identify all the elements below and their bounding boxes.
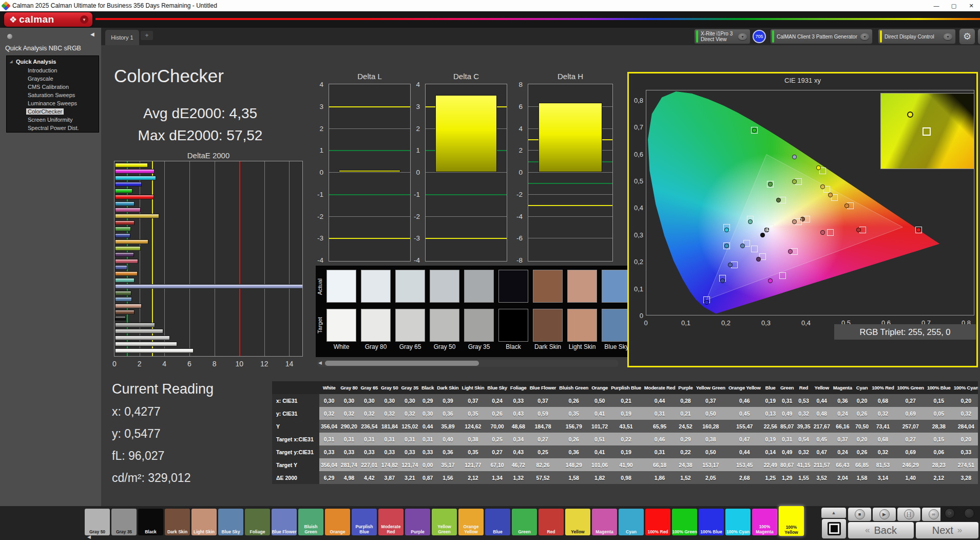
patch-black[interactable]: Black — [138, 509, 163, 535]
panel-up-button[interactable]: ▲ — [821, 508, 846, 518]
patch-100-cyan[interactable]: 100% Cyan — [725, 509, 751, 535]
tree-root-quick-analysis[interactable]: ◢Quick Analysis — [7, 59, 99, 67]
patch-purplish-blue[interactable]: Purplish Blue — [352, 509, 377, 535]
patch-blue-flower[interactable]: Blue Flower — [272, 509, 297, 535]
patch-red[interactable]: Red — [539, 509, 564, 535]
sidebar-item-luminance-sweeps[interactable]: Luminance Sweeps — [7, 100, 99, 108]
extra-toolbar-icon[interactable]: ◔ — [977, 28, 980, 45]
sidebar-item-saturation-sweeps[interactable]: Saturation Sweeps — [7, 91, 99, 100]
play-button[interactable]: ▶ — [873, 508, 896, 521]
sidebar-item-introduction[interactable]: Introduction — [7, 67, 99, 75]
maximize-button[interactable]: ▢ — [945, 3, 963, 9]
deltae-chart-title: DeltaE 2000 — [114, 151, 303, 160]
calman-menu-button[interactable]: ❖ calman ▼ — [4, 12, 92, 27]
column-header: Blue Flower — [528, 381, 558, 394]
patch-label: Cyan — [626, 530, 637, 535]
patch-gray-50[interactable]: Gray 50 — [85, 509, 110, 535]
cell: 0,21 — [677, 407, 694, 420]
sidebar-item-cms-calibration[interactable]: CMS Calibration — [7, 83, 99, 91]
sidebar-item-screen-uniformity[interactable]: Screen Uniformity — [7, 116, 99, 124]
patch-cyan[interactable]: Cyan — [619, 509, 644, 535]
patch-orange-yellow[interactable]: Orange Yellow — [458, 509, 484, 535]
scroll-left-icon[interactable]: ◀ — [318, 360, 322, 365]
cell: 0,49 — [779, 445, 795, 458]
patch-yellow-green[interactable]: Yellow Green — [432, 509, 457, 535]
stop-pattern-button[interactable] — [822, 519, 846, 538]
patch-100-blue[interactable]: 100% Blue — [699, 509, 724, 535]
column-header: Light Skin — [460, 381, 486, 394]
bar-yellow — [115, 214, 159, 218]
patch-blue-sky[interactable]: Blue Sky — [218, 509, 243, 535]
patch-orange[interactable]: Orange — [325, 509, 350, 535]
y-tick: 3 — [319, 102, 323, 110]
loop-icon: ∞ — [929, 509, 939, 519]
scrollbar-thumb[interactable] — [325, 361, 479, 366]
page-title: ColorChecker — [114, 66, 224, 86]
patch-label: 100% Magenta — [752, 525, 777, 534]
patch-dark-skin[interactable]: Dark Skin — [165, 509, 190, 535]
deltaH-yticks: 86420-2-4-6-8 — [507, 84, 525, 262]
pattern-generator-dropdown[interactable]: CalMAN Client 3 Pattern Generator ▼ — [770, 29, 873, 44]
patch-label: Yellow — [571, 530, 584, 535]
cell: 0,20 — [854, 433, 870, 445]
patch-gray-35[interactable]: Gray 35 — [111, 509, 137, 535]
patch-foliage[interactable]: Foliage — [245, 509, 270, 535]
patch-light-skin[interactable]: Light Skin — [191, 509, 217, 535]
record-icon[interactable] — [964, 508, 974, 518]
stop-button[interactable]: ■ — [848, 508, 871, 521]
close-button[interactable]: ✕ — [963, 3, 980, 9]
patch-green[interactable]: Green — [512, 509, 537, 535]
options-dot-icon[interactable] — [7, 34, 12, 39]
sidebar-item-grayscale[interactable]: Grayscale — [7, 75, 99, 83]
cell: 156,79 — [558, 420, 590, 433]
generator-name: CalMAN Client 3 Pattern Generator — [777, 34, 857, 40]
patch-bluish-green[interactable]: Bluish Green — [298, 509, 323, 535]
cell: 155,47 — [727, 420, 762, 433]
cell: 0,47 — [727, 433, 762, 445]
cell: 0,15 — [926, 433, 952, 445]
x-tick: 4 — [162, 360, 166, 368]
minimize-button[interactable]: — — [928, 3, 945, 9]
next-button[interactable]: Next » — [916, 522, 978, 538]
add-tab-button[interactable]: + — [141, 31, 153, 40]
patch-label: Gray 50 — [89, 530, 105, 535]
step-button[interactable]: [·] — [897, 508, 920, 521]
meter-badge[interactable]: 705 — [753, 30, 766, 43]
refresh-icon[interactable]: ⟳ — [945, 508, 955, 518]
cell: 0,47 — [812, 445, 832, 458]
swatch-label: Gray 50 — [430, 343, 459, 350]
cell: 0,32 — [400, 407, 420, 420]
column-header: Blue Sky — [486, 381, 509, 394]
cell: 0,22 — [677, 445, 694, 458]
max-de2000: Max dE2000: 57,52 — [114, 127, 286, 144]
back-button[interactable]: « Back — [848, 522, 914, 538]
y-tick: -4 — [414, 256, 420, 264]
patch-100-red[interactable]: 100% Red — [645, 509, 670, 535]
patch-100-green[interactable]: 100% Green — [672, 509, 697, 535]
measured-point — [916, 228, 921, 232]
patch-100-magenta[interactable]: 100% Magenta — [752, 509, 777, 535]
sidebar-item-colorchecker[interactable]: ColorChecker — [7, 108, 99, 116]
display-control-dropdown[interactable]: Direct Display Control ▼ — [878, 29, 956, 44]
gear-icon[interactable]: ⚙ — [959, 28, 975, 45]
cell: 0,50 — [590, 394, 609, 407]
patch-moderate-red[interactable]: Moderate Red — [378, 509, 403, 535]
bar-magenta — [115, 208, 141, 212]
patch-purple[interactable]: Purple — [405, 509, 430, 535]
swatch-scrollbar[interactable]: ◀ — [317, 360, 619, 367]
patch-100-yellow[interactable]: 100% Yellow — [779, 506, 804, 536]
chevron-down-icon: ▼ — [860, 33, 869, 40]
measurement-table: WhiteGray 80Gray 65Gray 50Gray 35BlackDa… — [272, 381, 978, 487]
tab-history1[interactable]: History 1 — [105, 30, 139, 45]
bar-light-skin — [115, 304, 142, 308]
patch-blue[interactable]: Blue — [485, 509, 510, 535]
meter-dropdown[interactable]: X-Rite i1Pro 3 Direct View ▼ — [694, 29, 751, 44]
cell: 153,17 — [695, 458, 727, 471]
cell: 0,32 — [339, 407, 359, 420]
sidebar-item-spectral-power-dist-[interactable]: Spectral Power Dist. — [7, 124, 99, 133]
collapse-sidebar-icon[interactable]: ◀ — [90, 31, 94, 37]
patch-yellow[interactable]: Yellow — [565, 509, 590, 535]
patch-magenta[interactable]: Magenta — [592, 509, 617, 535]
actual-row-label: Actual — [317, 271, 325, 303]
table-row: Target x:CIE310,310,310,310,310,310,310,… — [272, 433, 978, 445]
